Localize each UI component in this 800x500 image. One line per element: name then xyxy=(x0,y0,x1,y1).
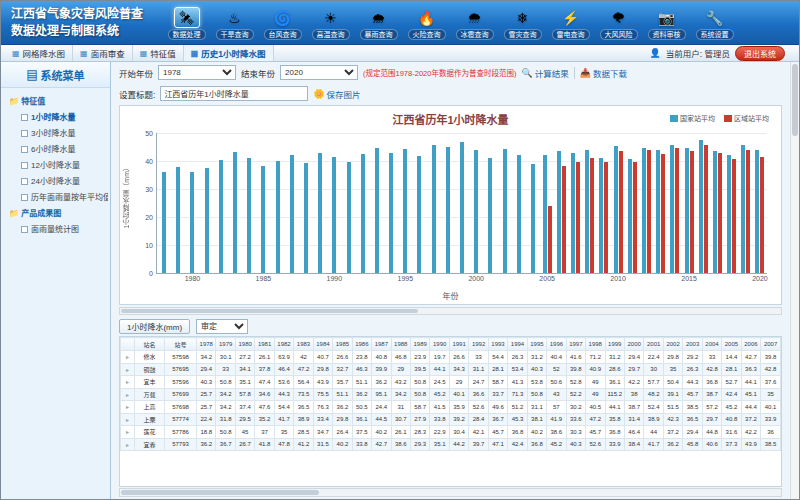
nav-item-system-settings[interactable]: 🔧系统设置 xyxy=(691,5,738,40)
chart-title-input[interactable] xyxy=(160,86,308,101)
data-download-button[interactable]: 📥 数据下载 xyxy=(580,67,627,79)
nav-item-typhoon-query[interactable]: 🌀台风查询 xyxy=(259,5,306,40)
row-select-cell[interactable]: ▸ xyxy=(121,376,135,389)
table-row[interactable]: ▸宜春5779336.236.726.741.847.841.231.540.2… xyxy=(121,438,781,451)
end-year-select[interactable]: 2020 xyxy=(280,65,358,80)
table-row[interactable]: ▸修水5759834.230.127.226.163.94240.726.623… xyxy=(121,351,781,364)
tab-area-rain-review[interactable]: ▦面雨审查 xyxy=(73,45,133,61)
station-name-cell: 宜丰 xyxy=(135,376,165,389)
nav-item-rainstorm-query[interactable]: 🌧暴雨查询 xyxy=(355,5,402,40)
value-cell: 31.1 xyxy=(527,401,546,414)
value-cell: 48.2 xyxy=(644,388,663,401)
value-cell: 29.2 xyxy=(683,351,702,364)
table-row[interactable]: ▸万载5769925.734.257.834.644.373.575.551.1… xyxy=(121,388,781,401)
bar-group-2018 xyxy=(725,133,739,273)
start-year-select[interactable]: 1978 xyxy=(158,65,236,80)
value-cell: 37.2 xyxy=(663,426,682,439)
logout-button[interactable]: 退出系统 xyxy=(735,46,785,61)
table-hscrollbar[interactable] xyxy=(119,488,782,497)
tree-leaf[interactable]: 历年面雨量按年平均值 xyxy=(3,188,108,204)
nav-item-high-temp-query[interactable]: ☀高温查询 xyxy=(307,5,354,40)
tab-history-1h-precip[interactable]: ▦历史1小时降水图 xyxy=(184,45,274,61)
row-select-cell[interactable]: ▸ xyxy=(121,413,135,426)
nav-item-data-review[interactable]: 📷资料审核 xyxy=(643,5,690,40)
value-cell: 63.9 xyxy=(274,351,293,364)
tree-group[interactable]: 📁 特征值 xyxy=(3,92,108,108)
row-select-cell[interactable]: ▸ xyxy=(121,401,135,414)
tree-leaf[interactable]: 6小时降水量 xyxy=(3,140,108,156)
value-cell: 38.1 xyxy=(527,413,546,426)
bar-group-1987 xyxy=(285,133,299,273)
page-vscroll-thumb[interactable] xyxy=(792,64,798,136)
col-year-1979: 1979 xyxy=(216,338,235,351)
value-cell: 52 xyxy=(547,363,566,376)
bar xyxy=(604,162,608,273)
value-cell: 29 xyxy=(391,363,410,376)
value-cell: 71.2 xyxy=(586,351,605,364)
row-select-cell[interactable]: ▸ xyxy=(121,438,135,451)
value-cell: 42.7 xyxy=(372,438,391,451)
bar-group-2020: 2020 xyxy=(753,133,767,273)
row-select-cell[interactable]: ▸ xyxy=(121,426,135,439)
table-row[interactable]: ▸莲花5778618.850.845373528.534.726.437.540… xyxy=(121,426,781,439)
legend-item[interactable]: 区域站平均 xyxy=(724,113,769,123)
bar xyxy=(727,155,731,273)
value-cell: 35.8 xyxy=(605,413,624,426)
save-image-button[interactable]: 🌼 保存图片 xyxy=(313,88,360,100)
table-hscroll-thumb[interactable] xyxy=(121,490,319,495)
value-cell: 30.2 xyxy=(566,401,585,414)
page-vscrollbar[interactable] xyxy=(790,62,799,499)
chart-hscrollbar[interactable] xyxy=(119,307,782,315)
start-year-label: 开始年份 xyxy=(119,67,153,79)
row-select-cell[interactable]: ▸ xyxy=(121,351,135,364)
tab-grid-precip-map[interactable]: ▦网格降水图 xyxy=(5,45,73,61)
table-row[interactable]: ▸铜鼓5769529.43334.137.846.447.229.832.746… xyxy=(121,363,781,376)
tab-feature-values[interactable]: ▦特征值 xyxy=(133,45,184,61)
tree-leaf[interactable]: 面雨量统计图 xyxy=(3,220,108,236)
nav-item-lightning-query[interactable]: ⚡雷电查询 xyxy=(547,5,594,40)
value-cell: 40.7 xyxy=(313,351,332,364)
nav-item-data-processing[interactable]: 🛰数据处理 xyxy=(163,5,210,40)
chart-hscroll-thumb[interactable] xyxy=(121,309,418,313)
legend-item[interactable]: 国家站平均 xyxy=(670,113,715,123)
row-select-cell[interactable]: ▸ xyxy=(121,388,135,401)
value-cell: 38.5 xyxy=(683,401,702,414)
legend-label: 国家站平均 xyxy=(680,113,715,123)
high-temp-query-icon: ☀ xyxy=(318,7,344,28)
col-year-1989: 1989 xyxy=(410,338,429,351)
bar-group-1985: 1985 xyxy=(256,133,270,273)
table-row[interactable]: ▸上高5769825.734.237.447.654.436.576.336.2… xyxy=(121,401,781,414)
table-row[interactable]: ▸上栗5777422.431.829.535.241.738.933.429.8… xyxy=(121,413,781,426)
col-year-2001: 2001 xyxy=(644,338,663,351)
value-cell: 40.8 xyxy=(722,413,741,426)
nav-item-fire-risk-query[interactable]: 🔥火险查询 xyxy=(403,5,450,40)
bar-group-2013 xyxy=(654,133,668,273)
tree-leaf[interactable]: 3小时降水量 xyxy=(3,124,108,140)
value-cell: 36.8 xyxy=(527,438,546,451)
tree-leaf[interactable]: 24小时降水量 xyxy=(3,172,108,188)
row-select-cell[interactable]: ▸ xyxy=(121,363,135,376)
tree-leaf[interactable]: 12小时降水量 xyxy=(3,156,108,172)
value-cell: 28.5 xyxy=(294,426,313,439)
nav-item-gale-risk[interactable]: 🌪大风风险 xyxy=(595,5,642,40)
nav-item-drought-query[interactable]: ♨干旱查询 xyxy=(211,5,258,40)
review-select[interactable]: 审定 xyxy=(196,319,248,334)
table-row[interactable]: ▸宜丰5759640.350.835.147.453.656.443.935.7… xyxy=(121,376,781,389)
bar xyxy=(488,158,492,273)
value-cell: 42.2 xyxy=(624,376,643,389)
calc-result-button[interactable]: 🔍 计算结果 xyxy=(521,67,568,79)
download-icon: 📥 xyxy=(580,68,591,78)
bar xyxy=(576,162,580,273)
y-tick-label: 50 xyxy=(145,130,157,137)
nav-item-hail-query[interactable]: 🌨冰雹查询 xyxy=(451,5,498,40)
tree-group[interactable]: 📁 产品成果图 xyxy=(3,204,108,220)
nav-item-label: 大风风险 xyxy=(600,29,638,40)
col-year-2007: 2007 xyxy=(761,338,781,351)
nav-item-snow-disaster-query[interactable]: ❄雪灾查询 xyxy=(499,5,546,40)
value-cell: 39.9 xyxy=(372,363,391,376)
tree-leaf[interactable]: 1小时降水量 xyxy=(3,108,108,124)
value-cell: 29.4 xyxy=(683,426,702,439)
unit-button[interactable]: 1小时降水(mm) xyxy=(119,319,190,334)
checkbox-icon xyxy=(21,178,28,185)
bar-group-1988 xyxy=(299,133,313,273)
